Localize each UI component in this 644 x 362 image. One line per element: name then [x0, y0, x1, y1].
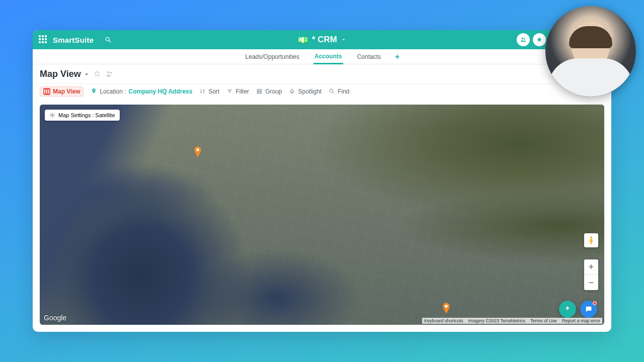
svg-point-0 [106, 37, 110, 41]
svg-point-5 [107, 71, 110, 74]
view-title: Map View [40, 69, 81, 79]
view-type-map[interactable]: Map View [40, 86, 84, 97]
google-logo: Google [44, 314, 66, 322]
map-settings-label: Map Settings : Satellite [58, 112, 115, 118]
svg-line-16 [333, 92, 334, 94]
tab-contacts[interactable]: Contacts [356, 50, 382, 63]
sort-button[interactable]: Sort [199, 88, 219, 95]
zoom-out-button[interactable]: − [584, 275, 598, 290]
location-field-selector[interactable]: Location : Company HQ Address [91, 88, 192, 95]
gear-icon [49, 112, 55, 118]
favorites-button[interactable] [533, 33, 546, 46]
sort-icon [199, 88, 206, 95]
search-icon [329, 88, 335, 95]
chevron-down-icon [341, 37, 346, 42]
streetview-pegman[interactable] [584, 233, 598, 247]
svg-rect-10 [257, 89, 259, 91]
brand-name: SmartSuite [53, 36, 94, 44]
favorite-view-button[interactable] [93, 70, 101, 78]
spotlight-icon [289, 88, 295, 95]
assistant-fab[interactable] [559, 301, 576, 318]
svg-point-18 [196, 148, 199, 151]
location-pin-icon [91, 88, 97, 95]
svg-line-1 [109, 41, 111, 43]
group-icon [256, 88, 263, 95]
workspace-emoji: 💵 [298, 35, 308, 45]
chat-fab[interactable] [580, 301, 597, 318]
add-tab-button[interactable]: + [395, 52, 399, 61]
new-button-label: New [585, 70, 598, 78]
pegman-icon [588, 236, 595, 245]
apps-grid-icon[interactable] [39, 35, 48, 44]
view-type-label: Map View [53, 88, 80, 95]
search-icon [105, 36, 112, 43]
satellite-layer [40, 105, 604, 325]
spotlight-button[interactable]: Spotlight [289, 88, 321, 95]
solution-tabs: Leads/Opportunities Accounts Contacts + [33, 49, 611, 64]
find-button[interactable]: Find [329, 88, 349, 95]
chat-icon [585, 305, 593, 313]
svg-point-3 [524, 38, 525, 40]
filter-icon [226, 88, 233, 95]
star-icon [536, 36, 543, 43]
map-marker[interactable] [194, 146, 202, 157]
new-record-button[interactable]: + New [569, 67, 604, 81]
svg-point-17 [52, 115, 53, 116]
location-label: Location : [100, 88, 126, 95]
global-search-button[interactable] [102, 33, 115, 46]
map-canvas[interactable]: Map Settings : Satellite + − [40, 105, 604, 325]
map-view-icon [43, 88, 50, 95]
svg-point-20 [590, 236, 593, 239]
people-icon [520, 36, 527, 43]
svg-rect-11 [260, 89, 262, 91]
group-button[interactable]: Group [256, 88, 282, 95]
imagery-credit: Imagery ©2023 TerraMetrics [468, 318, 525, 323]
zoom-in-button[interactable]: + [584, 259, 598, 275]
svg-point-2 [521, 38, 523, 40]
caret-down-icon [84, 72, 89, 77]
svg-rect-13 [260, 92, 262, 94]
filter-button[interactable]: Filter [226, 88, 249, 95]
bell-icon [568, 36, 575, 43]
chevron-down-icon [591, 37, 596, 42]
user-line2: O [598, 40, 605, 46]
user-line1: Avi [598, 34, 605, 40]
location-value: Company HQ Address [129, 88, 193, 95]
zoom-controls: + − [584, 259, 598, 290]
user-menu[interactable]: Avi O [591, 34, 605, 46]
check-circle-icon [552, 36, 559, 43]
divider [584, 34, 585, 45]
svg-point-6 [110, 72, 112, 74]
map-attribution: Keyboard shortcuts Imagery ©2023 TerraMe… [422, 318, 602, 324]
svg-point-15 [330, 89, 333, 93]
view-title-dropdown[interactable]: Map View [40, 69, 89, 79]
terms-link[interactable]: Terms of Use [530, 318, 557, 323]
svg-point-14 [292, 93, 293, 94]
share-view-button[interactable] [105, 69, 114, 78]
plus-icon: + [571, 68, 582, 79]
keyboard-shortcuts-link[interactable]: Keyboard shortcuts [424, 318, 463, 323]
unread-dot [593, 301, 597, 305]
report-error-link[interactable]: Report a map error [562, 318, 600, 323]
svg-point-19 [445, 305, 447, 307]
notifications-button[interactable]: 25 [565, 33, 578, 46]
tab-accounts[interactable]: Accounts [313, 50, 343, 64]
workspace-name: * CRM [312, 35, 337, 45]
map-settings-button[interactable]: Map Settings : Satellite [45, 110, 120, 121]
workspace-switcher[interactable]: 💵 * CRM [298, 35, 346, 45]
sparkle-icon [564, 305, 572, 313]
tab-leads[interactable]: Leads/Opportunities [245, 50, 300, 63]
tasks-button[interactable] [549, 33, 562, 46]
notification-badge: 25 [572, 31, 581, 37]
members-button[interactable] [517, 33, 530, 46]
svg-point-4 [552, 37, 558, 43]
svg-rect-12 [257, 92, 259, 94]
map-marker[interactable] [442, 303, 450, 314]
